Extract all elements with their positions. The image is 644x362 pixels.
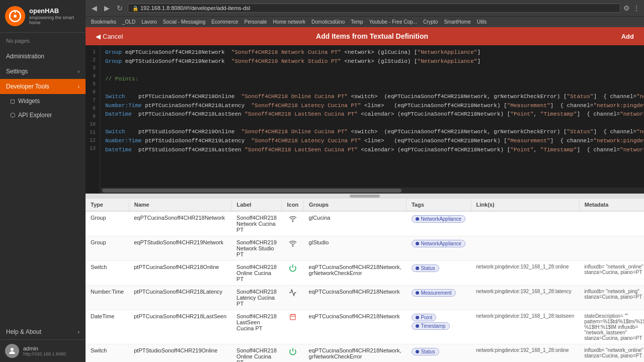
tag-dot [416,350,419,353]
code-content[interactable]: Group eqPTCucinaSonoff4CHR218Network "So… [100,45,644,194]
cell-links: network:pingdevice:192_168_1_28:lastseen [471,310,579,344]
bookmark-lavoro[interactable]: Lavoro [139,19,159,25]
cell-tags: Status [406,344,471,363]
bookmark-social[interactable]: Social - Messaging [160,19,208,25]
tag-dot [416,291,419,295]
cell-icon [282,211,304,236]
col-label: Label [231,199,282,211]
cell-tags: PointTimestamp [406,310,471,344]
api-explorer-label: API Explorer [18,112,52,119]
cell-icon [282,261,304,286]
tag-dot [416,316,419,319]
bookmark-crypto[interactable]: Crypto [421,19,440,25]
sidebar-logo: openHAB empowering the smart home [0,0,86,33]
col-tags: Tags [406,199,471,211]
administration-label: Administration [6,53,44,60]
drag-handle[interactable] [86,194,644,199]
nav-forward-button[interactable]: ▶ [102,3,112,13]
col-name: Name [129,199,231,211]
bookmark-youtube[interactable]: Youtube - Free Cop... [367,19,420,25]
cell-name: ptPTCucinaSonoff4CHR218Online [129,261,231,286]
svg-point-1 [14,15,17,18]
bookmark-old[interactable]: _OLD [120,19,138,25]
sidebar-item-api-explorer[interactable]: ⬡ API Explorer [0,108,86,122]
sidebar-item-widgets[interactable]: ◻ Widgets [0,94,86,108]
bookmark-personale[interactable]: Personale [242,19,270,25]
table-header-row: Type Name Label Icon Groups Tags Link(s)… [86,199,644,211]
add-button[interactable]: Add [617,31,638,42]
bookmark-utils[interactable]: Utils [474,19,489,25]
col-groups: Groups [304,199,407,211]
help-chevron: › [78,329,79,335]
col-metadata: Metadata [579,199,644,211]
bookmark-home-network[interactable]: Home network [271,19,308,25]
menu-icon[interactable]: ⋮ [633,4,640,12]
cell-label: Sonoff4CHR218 Latency Cucina PT [231,286,282,310]
cancel-button[interactable]: ◀ Cancel [92,31,127,42]
nav-back-button[interactable]: ◀ [90,3,99,13]
cell-type: Switch [86,344,129,363]
cell-tags: NetworkAppliance [406,236,471,261]
tag-badge: NetworkAppliance [412,215,465,223]
table-row: Switch ptPTCucinaSonoff4CHR218Online Son… [86,261,644,286]
bookmark-bookmarks[interactable]: Bookmarks [89,19,119,25]
svg-point-4 [292,221,293,222]
tag-dot [416,324,419,328]
code-scrollbar[interactable] [100,188,644,194]
developer-tools-chevron: › [78,84,79,89]
nav-reload-button[interactable]: ↻ [115,3,125,13]
cell-name: ptPTStudioSonoff4CHR219Online [129,344,231,363]
cell-groups: eqPTCucinaSonoff4CHR218Network [304,310,407,344]
cell-links: network:pingdevice:192_168_1_28:online [471,261,579,286]
cell-metadata: influxdb= "network_online" stanza=Cucina… [579,261,644,286]
url-bar[interactable]: 🔒 192.168.1.8:8080/#!/developer/add-item… [128,4,620,13]
url-text: 192.168.1.8:8080/#!/developer/add-items-… [140,5,250,11]
extensions-icon[interactable]: ⚙ [623,4,630,12]
user-ip: http://192.168.1.8080 [23,351,66,356]
tag-dot [416,242,419,245]
bookmark-ecommerce[interactable]: Ecommerce [209,19,240,25]
bookmark-domotics[interactable]: Domoticsdüino [309,19,347,25]
sidebar-item-help[interactable]: Help & About › [0,324,86,339]
widgets-icon: ◻ [10,98,15,105]
cell-icon [282,236,304,261]
help-about-label: Help & About [6,328,41,335]
cell-tags: NetworkAppliance [406,211,471,236]
cell-type: Group [86,211,129,236]
cell-groups: eqPTCucinaSonoff4CHR218Network, grNetwor… [304,261,407,286]
cancel-arrow-icon: ◀ [96,33,101,40]
col-links: Link(s) [471,199,579,211]
cell-icon [282,286,304,310]
tag-badge: Timestamp [412,322,449,330]
username: admin [23,345,66,351]
svg-point-3 [11,348,14,351]
main-content: ◀ ▶ ↻ 🔒 192.168.1.8:8080/#!/developer/ad… [86,0,644,362]
table-body: Group eqPTCucinaSonoff4CHR218Network Son… [86,211,644,362]
sidebar-item-settings[interactable]: Settings › [0,64,86,79]
tag-badge: Measurement [412,289,455,297]
bookmark-temp[interactable]: Temp [348,19,365,25]
scrollbar-thumb[interactable] [102,189,401,193]
cell-label: Sonoff4CHR218 Online Cucina PT [231,261,282,286]
cell-links: network:pingdevice:192_168_1_28:latency [471,286,579,310]
cell-label: Sonoff4CHR219 Network Studio PT [231,236,282,261]
logo-subtitle: empowering the smart home [29,15,80,25]
cell-metadata [579,211,644,236]
tag-dot [416,217,419,221]
sidebar-user: admin http://192.168.1.8080 [0,339,86,362]
sidebar-item-developer-tools[interactable]: Developer Tools › [0,79,86,94]
drag-handle-indicator [350,195,380,198]
col-type: Type [86,199,129,211]
cell-icon [282,344,304,363]
sidebar-item-administration[interactable]: Administration [0,49,86,64]
code-editor[interactable]: 12345 678910 111213 Group eqPTCucinaSono… [86,45,644,194]
api-explorer-icon: ⬡ [10,112,15,119]
svg-point-5 [292,246,293,246]
tag-badge: Point [412,314,436,321]
bookmark-smarthome[interactable]: SmartHome [441,19,473,25]
cell-type: Switch [86,261,129,286]
cell-groups: eqPTCucinaSonoff4CHR218Network, grNetwor… [304,344,407,363]
tag-badge: Status [412,348,439,355]
tag-badge: Status [412,264,439,272]
tag-badge: NetworkAppliance [412,240,465,247]
